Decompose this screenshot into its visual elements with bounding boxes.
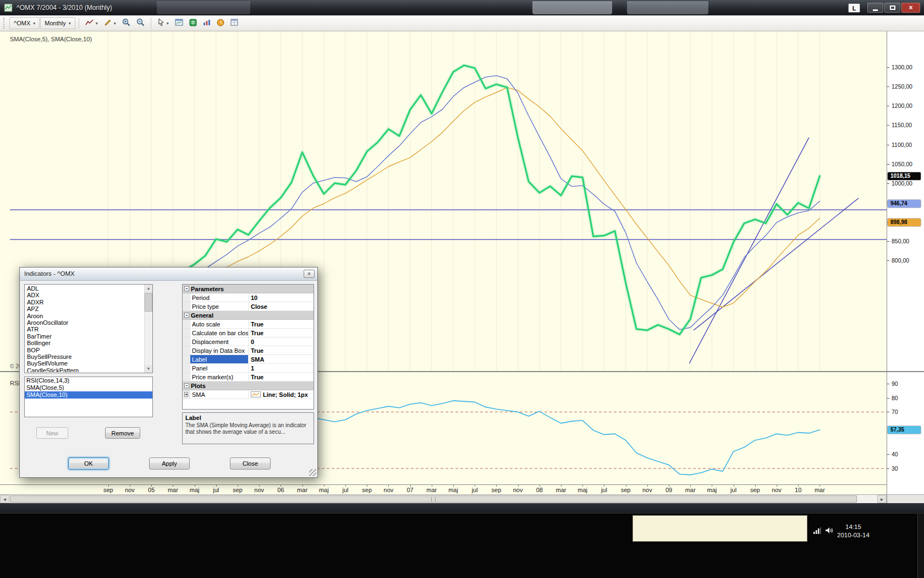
- chart-style-button[interactable]: ▾: [82, 17, 101, 29]
- maximize-button[interactable]: [884, 3, 900, 13]
- axis-tick: [496, 485, 497, 487]
- zoom-out-button[interactable]: [134, 17, 147, 29]
- added-indicators-listbox[interactable]: RSI(Close,14,3)SMA(Close,5)SMA(Close,10): [24, 377, 153, 417]
- system-tray[interactable]: 14:15 2010-03-14: [813, 519, 870, 543]
- collapse-icon[interactable]: -: [184, 383, 189, 388]
- time-axis[interactable]: sepnov05marmajjulsepnov06marmajjulsepnov…: [0, 484, 887, 494]
- scroll-down-button[interactable]: ▼: [145, 365, 152, 373]
- drawing-tools-button[interactable]: ▾: [101, 17, 119, 29]
- scrollbar-thumb[interactable]: [145, 293, 152, 312]
- scroll-up-button[interactable]: ▲: [145, 285, 152, 292]
- scroll-left-button[interactable]: ◄: [0, 495, 9, 503]
- property-row[interactable]: Calculate on bar closeTrue: [183, 329, 314, 337]
- indicator-item[interactable]: BarTimer: [25, 333, 144, 340]
- export-data-button[interactable]: [186, 17, 200, 29]
- collapse-icon[interactable]: -: [184, 313, 189, 318]
- property-category[interactable]: -Parameters: [183, 285, 314, 293]
- added-indicator-item[interactable]: RSI(Close,14,3): [25, 377, 152, 384]
- minimize-button[interactable]: [867, 3, 883, 13]
- titlebar[interactable]: ^OMX 7/2004 - 3/2010 (Monthly) L ×: [0, 0, 924, 15]
- symbol-selector[interactable]: ^OMX ▾: [9, 17, 40, 29]
- indicator-window-button[interactable]: [200, 17, 213, 29]
- row-gutter: [183, 373, 190, 381]
- drawn-trend-line[interactable]: [689, 138, 809, 363]
- property-row[interactable]: Price marker(s)True: [183, 373, 314, 381]
- property-row[interactable]: Period10: [183, 293, 314, 302]
- expand-icon[interactable]: +: [184, 392, 188, 397]
- data-grid-button[interactable]: [228, 17, 241, 29]
- background-window-fragment: [157, 1, 250, 14]
- added-indicator-item[interactable]: SMA(Close,5): [25, 384, 152, 391]
- property-row[interactable]: +SMALine; Solid; 1px: [183, 390, 314, 399]
- property-label: Price type: [190, 302, 249, 310]
- remove-button[interactable]: Remove: [105, 427, 140, 439]
- property-label: Price marker(s): [190, 373, 249, 381]
- indicators-dialog[interactable]: Indicators - ^OMX × ADLADXADXRAPZAroonAr…: [19, 267, 318, 478]
- interval-selector[interactable]: Monthly ▾: [40, 17, 75, 29]
- cursor-tool-button[interactable]: ▾: [155, 17, 172, 29]
- axis-tick: [432, 485, 432, 487]
- added-indicator-item[interactable]: SMA(Close,10): [25, 391, 152, 399]
- zoom-in-button[interactable]: [119, 17, 133, 29]
- axis-tick: [887, 183, 889, 184]
- horizontal-scrollbar[interactable]: ◄ ►: [0, 494, 887, 503]
- resize-grip[interactable]: [309, 469, 316, 476]
- scroll-right-button[interactable]: ►: [877, 495, 887, 503]
- language-button[interactable]: L: [848, 3, 860, 13]
- property-row[interactable]: Auto scaleTrue: [183, 320, 314, 329]
- indicator-item[interactable]: AroonOscillator: [25, 319, 144, 326]
- property-grid[interactable]: -ParametersPeriod10Price typeClose-Gener…: [182, 284, 314, 410]
- indicator-item[interactable]: Aroon: [25, 313, 144, 319]
- indicator-item[interactable]: ATR: [25, 326, 144, 332]
- time-axis-label: maj: [315, 487, 333, 493]
- indicator-item[interactable]: ADX: [25, 292, 144, 298]
- time-axis-label: mar: [552, 487, 570, 493]
- close-price-marker: 1018,15: [888, 172, 921, 180]
- property-category[interactable]: -Plots: [183, 381, 314, 390]
- property-row[interactable]: Displacement0: [183, 337, 314, 346]
- indicator-item[interactable]: Bollinger: [25, 340, 144, 346]
- indicator-item[interactable]: APZ: [25, 306, 144, 312]
- taskbar-clock[interactable]: 14:15 2010-03-14: [837, 523, 870, 539]
- property-row[interactable]: LabelSMA: [183, 355, 314, 364]
- background-window-fragment: [627, 1, 708, 14]
- indicator-item[interactable]: BuySellVolume: [25, 360, 144, 367]
- drawn-trend-line[interactable]: [694, 198, 859, 330]
- axis-tick: [887, 398, 889, 399]
- price-axis[interactable]: 1300,001250,001200,001150,001100,001050,…: [887, 31, 924, 494]
- listbox-scrollbar[interactable]: ▲ ▼: [144, 285, 152, 373]
- scrollbar-thumb[interactable]: [10, 495, 857, 503]
- collapse-icon[interactable]: -: [184, 286, 189, 291]
- show-desktop-button[interactable]: [917, 514, 924, 578]
- ok-button[interactable]: OK: [68, 457, 109, 470]
- time-axis-label: sep: [617, 487, 635, 493]
- axis-tick: [151, 485, 152, 487]
- indicator-listbox[interactable]: ADLADXADXRAPZAroonAroonOscillatorATRBarT…: [24, 284, 153, 373]
- toolbar-grip[interactable]: [3, 18, 7, 29]
- screen: ^OMX 7/2004 - 3/2010 (Monthly) L × ^OMX …: [0, 0, 924, 578]
- time-axis-label: jul: [207, 487, 226, 493]
- chart-window-button[interactable]: [172, 17, 186, 29]
- axis-tick: [887, 106, 889, 106]
- indicator-item[interactable]: CandleStickPattern: [25, 367, 144, 372]
- apply-button[interactable]: Apply: [149, 457, 190, 470]
- volume-icon[interactable]: [825, 526, 833, 536]
- close-button[interactable]: ×: [901, 3, 920, 13]
- property-row[interactable]: Display in Data BoxTrue: [183, 346, 314, 355]
- property-row[interactable]: Price typeClose: [183, 302, 314, 311]
- indicator-item[interactable]: ADXR: [25, 299, 144, 306]
- cursor-icon: [157, 18, 165, 28]
- indicator-item[interactable]: BuySellPressure: [25, 353, 144, 360]
- alerts-button[interactable]: [214, 17, 227, 29]
- property-category[interactable]: -General: [183, 311, 314, 320]
- dialog-titlebar[interactable]: Indicators - ^OMX ×: [20, 268, 317, 281]
- property-row[interactable]: Panel1: [183, 364, 314, 373]
- axis-tick: [238, 485, 238, 487]
- time-axis-label: maj: [573, 487, 592, 493]
- dialog-close-button[interactable]: ×: [304, 270, 315, 278]
- indicator-item[interactable]: BOP: [25, 347, 144, 353]
- indicator-item[interactable]: ADL: [25, 285, 144, 292]
- network-icon[interactable]: [813, 526, 821, 536]
- time-axis-label: nov: [250, 487, 268, 493]
- dialog-close-action-button[interactable]: Close: [230, 457, 271, 470]
